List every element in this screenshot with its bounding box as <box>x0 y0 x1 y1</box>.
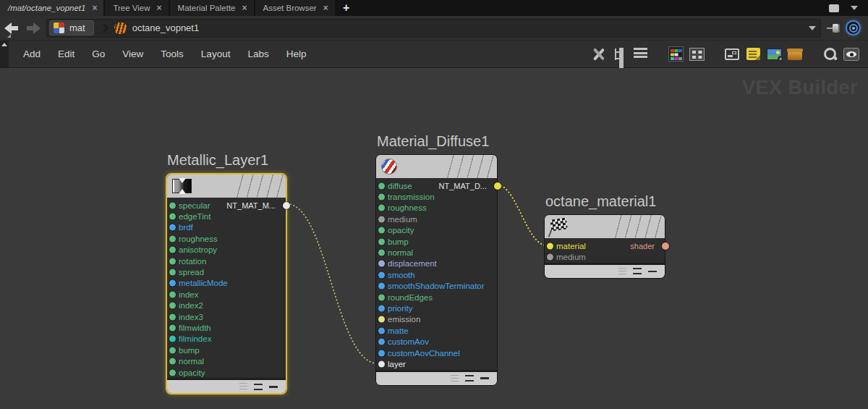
input-customaovchannel[interactable]: customAovChannel <box>376 347 497 358</box>
input-dot-medium[interactable] <box>378 216 385 222</box>
search-button[interactable] <box>821 46 840 63</box>
path-dropdown-icon[interactable] <box>809 26 816 30</box>
input-metallicmode[interactable]: metallicMode <box>167 278 286 289</box>
input-filmindex[interactable]: filmindex <box>167 334 286 345</box>
input-normal[interactable]: normal <box>167 355 286 366</box>
node-body[interactable]: diffuseNT_MAT_D...transmissionroughnessm… <box>375 154 498 386</box>
input-roughness[interactable]: roughness <box>167 233 286 244</box>
input-dot-transmission[interactable] <box>378 194 385 201</box>
flag-output-icon[interactable] <box>480 377 489 379</box>
input-dot-displacement[interactable] <box>378 261 385 267</box>
input-dot-priority[interactable] <box>378 305 385 311</box>
output-dot-shader[interactable] <box>662 243 669 250</box>
input-opacity[interactable]: opacity <box>167 367 286 378</box>
add-image-button[interactable] <box>765 46 783 63</box>
input-dot-customaovchannel[interactable] <box>378 350 385 356</box>
tabbar-menu-icon[interactable] <box>851 6 858 10</box>
input-dot-layer[interactable] <box>378 360 385 367</box>
input-dot-spread[interactable] <box>169 269 176 276</box>
input-dot-index3[interactable] <box>169 313 176 320</box>
input-roughness[interactable]: roughness <box>376 203 497 214</box>
input-dot-metallicmode[interactable] <box>169 280 176 287</box>
input-dot-filmwidth[interactable] <box>169 324 176 331</box>
input-opacity[interactable]: opacity <box>376 225 497 236</box>
back-button[interactable] <box>4 22 20 35</box>
input-matte[interactable]: matte <box>376 325 497 336</box>
tab-asset-browser[interactable]: Asset Browser× <box>255 0 336 16</box>
output-dot-nt-mat-d[interactable] <box>494 182 501 190</box>
network-canvas[interactable]: VEX Builder Metallic_Layer1specularNT_MA… <box>0 68 868 409</box>
input-material[interactable]: materialshader <box>545 240 665 251</box>
input-dot-brdf[interactable] <box>169 224 176 231</box>
input-edgetint[interactable]: edgeTint <box>167 211 286 222</box>
input-dot-roughness[interactable] <box>378 205 385 211</box>
wire-material-diffuse1-nt-mat-d-to-octane-material1-material[interactable] <box>498 185 546 245</box>
input-dot-normal[interactable] <box>169 358 176 365</box>
new-tab-button[interactable]: + <box>336 0 357 16</box>
input-smooth[interactable]: smooth <box>376 269 497 280</box>
tab-close-icon[interactable]: × <box>323 4 328 12</box>
node-body[interactable]: materialshadermedium <box>544 214 665 279</box>
input-priority[interactable]: priority <box>376 303 497 313</box>
input-dot-roughness[interactable] <box>169 235 176 242</box>
input-smoothshadowterminator[interactable]: smoothShadowTerminator <box>376 281 497 292</box>
input-dot-roundedges[interactable] <box>378 294 385 300</box>
input-spread[interactable]: spread <box>167 266 286 277</box>
flag-bypass-icon[interactable] <box>254 384 263 390</box>
input-layer[interactable]: layer <box>376 358 497 369</box>
input-medium[interactable]: medium <box>376 214 497 224</box>
input-dot-normal[interactable] <box>378 250 385 256</box>
flag-output-icon[interactable] <box>648 271 657 273</box>
input-bump[interactable]: bump <box>167 345 286 355</box>
input-customaov[interactable]: customAov <box>376 336 497 347</box>
input-roundedges[interactable]: roundEdges <box>376 292 497 303</box>
flag-debug-icon[interactable] <box>618 268 626 275</box>
node-header[interactable] <box>167 174 286 198</box>
layout-panes-button[interactable] <box>723 46 741 63</box>
input-brdf[interactable]: brdf <box>167 222 286 233</box>
input-dot-matte[interactable] <box>378 327 385 334</box>
input-medium[interactable]: medium <box>545 251 665 262</box>
input-index2[interactable]: index2 <box>167 300 286 311</box>
input-index3[interactable]: index3 <box>167 311 286 322</box>
tab-tree-view[interactable]: Tree View× <box>105 0 169 16</box>
input-index[interactable]: index <box>167 289 286 300</box>
input-diffuse[interactable]: diffuseNT_MAT_D... <box>376 180 497 191</box>
path-field[interactable]: mat octane_vopnet1 <box>46 19 821 38</box>
node-body[interactable]: specularNT_MAT_M...edgeTintbrdfroughness… <box>166 173 287 395</box>
network-tree-button[interactable] <box>610 46 629 63</box>
tab-mat-octane-vopnet1[interactable]: /mat/octane_vopnet1× <box>0 0 105 16</box>
menu-labs[interactable]: Labs <box>239 41 277 67</box>
pane-maximize-icon[interactable] <box>829 4 839 12</box>
tab-close-icon[interactable]: × <box>242 4 247 12</box>
tab-material-palette[interactable]: Material Palette× <box>170 0 255 16</box>
input-dot-medium[interactable] <box>547 254 553 261</box>
node-material-diffuse1[interactable]: Material_Diffuse1diffuseNT_MAT_D...trans… <box>375 154 498 386</box>
node-header[interactable] <box>545 215 665 238</box>
input-bump[interactable]: bump <box>376 236 497 247</box>
input-dot-emission[interactable] <box>378 316 385 323</box>
input-dot-bump[interactable] <box>378 238 385 245</box>
menu-go[interactable]: Go <box>83 41 114 67</box>
context-chip-mat[interactable]: mat <box>49 20 94 35</box>
wire-metallic-layer1-nt-mat-m-to-material-diffuse1-layer[interactable] <box>287 204 378 363</box>
input-dot-specular[interactable] <box>169 202 176 208</box>
input-dot-bump[interactable] <box>169 347 176 353</box>
node-octane-material1[interactable]: octane_material1materialshadermedium <box>544 214 665 279</box>
gallery-box-button[interactable] <box>786 46 804 63</box>
input-specular[interactable]: specularNT_MAT_M... <box>167 200 286 211</box>
menu-view[interactable]: View <box>114 41 152 67</box>
link-target-icon[interactable] <box>846 20 861 35</box>
input-dot-opacity[interactable] <box>378 227 385 234</box>
pin-icon[interactable] <box>826 22 841 35</box>
input-displacement[interactable]: displacement <box>376 258 497 269</box>
menu-edit[interactable]: Edit <box>49 41 83 67</box>
input-dot-opacity[interactable] <box>169 369 176 376</box>
tab-close-icon[interactable]: × <box>92 4 97 12</box>
flag-debug-icon[interactable] <box>451 375 459 382</box>
list-button[interactable] <box>631 46 650 63</box>
input-dot-index2[interactable] <box>169 303 176 309</box>
input-anisotropy[interactable]: anisotropy <box>167 245 286 256</box>
input-dot-anisotropy[interactable] <box>169 247 176 253</box>
node-header[interactable] <box>376 155 497 178</box>
